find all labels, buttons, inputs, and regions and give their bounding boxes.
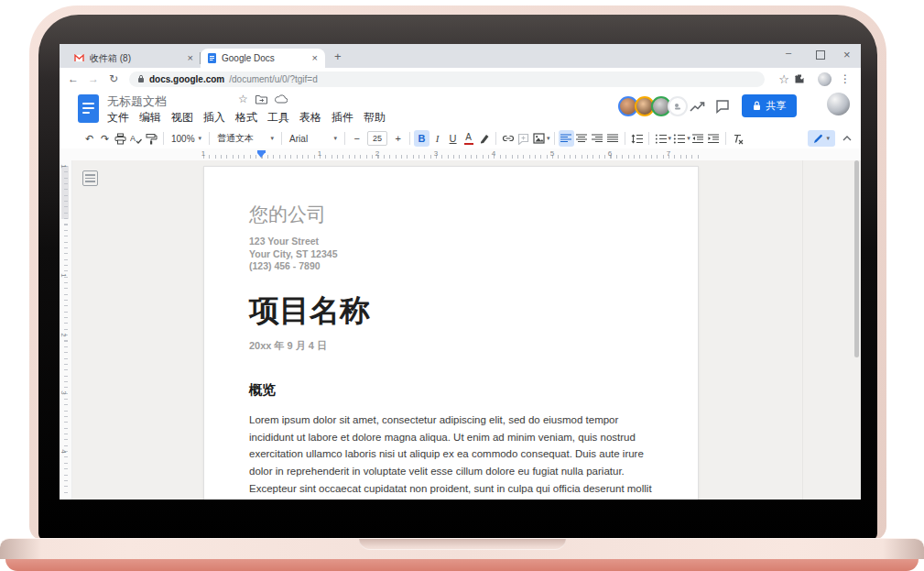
docs-profile-avatar[interactable] [827,93,850,115]
chevron-down-icon[interactable]: ▾ [547,135,550,142]
align-left-button[interactable] [559,130,574,147]
italic-button[interactable]: I [429,130,445,147]
menu-file[interactable]: 文件 [107,110,129,126]
bulleted-list-icon[interactable] [671,130,687,147]
move-folder-icon[interactable] [255,94,267,104]
company-name[interactable]: 您的公司 [249,203,657,225]
insert-image-icon[interactable] [531,130,547,147]
tab-strip: 收件箱 (8) × Google Docs × + – × [60,44,861,68]
paragraph-style-select[interactable]: 普通文本▾ [213,130,277,147]
font-select[interactable]: Arial▾ [286,130,341,147]
star-document-icon[interactable]: ☆ [238,93,248,105]
bookmark-star-icon[interactable]: ☆ [774,72,794,86]
laptop-base [0,538,924,571]
undo-icon[interactable]: ↶ [82,130,97,147]
gmail-icon [74,54,84,62]
document-page[interactable]: 您的公司 123 Your Street Your City, ST 12345… [203,166,699,500]
font-size-input[interactable]: 25 [367,131,387,146]
align-right-button[interactable] [590,130,605,147]
add-comment-icon[interactable] [516,130,531,147]
browser-menu-icon[interactable]: ⋮ [835,72,855,85]
tab-close-icon[interactable]: × [188,53,193,63]
menu-edit[interactable]: 编辑 [139,110,161,126]
align-center-button[interactable] [574,130,590,147]
share-button[interactable]: 共享 [742,94,797,117]
divider [495,132,496,145]
decrease-indent-icon[interactable] [690,130,706,147]
spellcheck-icon[interactable]: A [128,130,144,147]
window-close-button[interactable]: × [843,49,851,60]
extension-puzzle-icon[interactable] [794,73,814,84]
url-path: /document/u/0/?tgif=d [229,74,317,84]
zoom-select[interactable]: 100%▾ [168,130,205,147]
browser-window: 收件箱 (8) × Google Docs × + – × ← → ↻ docs… [60,44,861,500]
project-date[interactable]: 20xx 年 9 月 4 日 [249,339,657,353]
window-minimize-button[interactable]: – [786,48,791,58]
ruler-number: 5 [550,149,554,158]
address-bar[interactable]: docs.google.com/document/u/0/?tgif=d [129,71,765,87]
justify-button[interactable] [605,130,621,147]
increase-indent-icon[interactable] [706,130,722,147]
browser-profile-avatar[interactable] [818,72,832,86]
indent-marker[interactable] [257,150,266,153]
forward-button[interactable]: → [83,72,103,85]
menu-format[interactable]: 格式 [235,110,257,126]
chevron-down-icon: ▾ [334,135,338,142]
print-icon[interactable] [113,130,128,147]
menu-view[interactable]: 视图 [171,110,193,126]
decrease-font-size-button[interactable]: − [349,130,364,147]
divider [344,132,345,145]
divider [409,132,410,145]
body-paragraph[interactable]: Lorem ipsum dolor sit amet, consectetur … [249,412,663,500]
anonymous-viewer-icon[interactable] [668,96,688,116]
hide-menus-icon[interactable] [842,136,852,141]
menu-insert[interactable]: 插入 [203,110,225,126]
style-value: 普通文本 [217,132,254,145]
bold-button[interactable]: B [414,130,429,147]
editing-mode-select[interactable]: ▾ [808,130,835,147]
company-address[interactable]: 123 Your Street Your City, ST 12345 (123… [249,236,657,273]
google-docs-icon[interactable] [78,94,99,123]
chevron-down-icon: ▾ [199,135,202,142]
document-title[interactable]: 无标题文档 [107,93,167,110]
numbered-list-icon[interactable] [653,130,669,147]
insert-link-icon[interactable] [500,130,516,147]
cloud-status-icon[interactable] [275,94,288,104]
new-tab-button[interactable]: + [334,49,342,63]
project-title[interactable]: 项目名称 [249,295,657,327]
tab-close-icon[interactable]: × [312,53,318,63]
menu-tools[interactable]: 工具 [267,110,289,126]
vertical-ruler[interactable]: 1 1 2 3 4 [60,160,72,500]
menu-table[interactable]: 表格 [299,110,321,126]
menu-help[interactable]: 帮助 [364,110,386,126]
paint-format-icon[interactable] [144,130,159,147]
divider [281,132,282,145]
menu-addons[interactable]: 插件 [332,110,353,126]
horizontal-ruler[interactable]: 1 1 2 3 4 5 6 7 [60,148,861,160]
comments-icon[interactable] [715,99,730,114]
tab-label: 收件箱 (8) [90,52,182,65]
divider [802,160,803,500]
tab-google-docs[interactable]: Google Docs × [201,49,325,68]
window-maximize-button[interactable] [816,50,825,61]
activity-dashboard-icon[interactable] [690,101,705,113]
tab-gmail[interactable]: 收件箱 (8) × [67,49,201,68]
clear-formatting-icon[interactable] [730,130,745,147]
section-heading[interactable]: 概览 [249,381,657,399]
redo-icon[interactable]: ↷ [97,130,113,147]
highlight-color-icon[interactable] [476,130,492,147]
lock-icon [137,74,145,83]
increase-font-size-button[interactable]: + [390,130,406,147]
docs-toolbar: ↶ ↷ A 100%▾ 普通文本▾ Arial▾ − 25 + B I U A [60,128,861,148]
underline-button[interactable]: U [445,130,461,147]
refresh-button[interactable]: ↻ [103,72,124,85]
text-color-button[interactable]: A [461,130,476,147]
document-outline-icon[interactable] [82,170,98,186]
scrollbar[interactable] [854,160,859,357]
ruler-number: 3 [60,390,68,394]
menu-bar: 文件 编辑 视图 插入 格式 工具 表格 插件 帮助 [107,110,386,126]
laptop-thumb-notch [359,539,566,550]
share-label: 共享 [766,99,787,113]
back-button[interactable]: ← [63,72,83,85]
line-spacing-icon[interactable] [629,130,645,147]
